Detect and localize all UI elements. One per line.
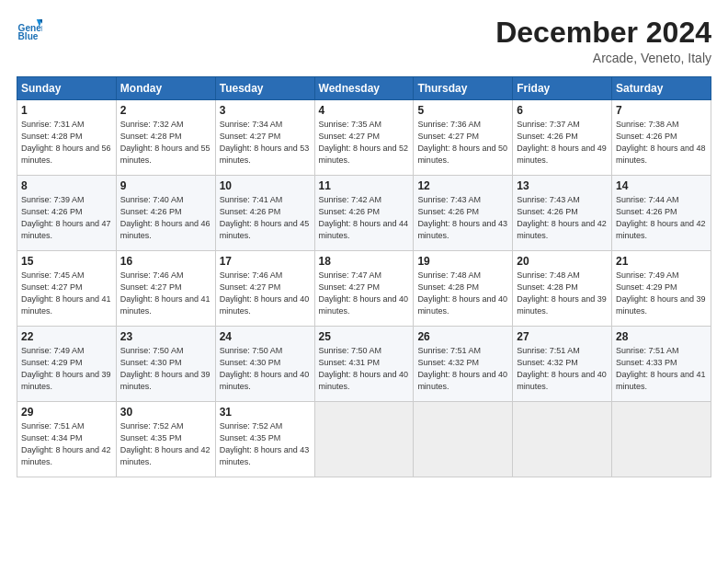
- day-number: 16: [120, 255, 211, 268]
- day-number: 12: [417, 179, 508, 192]
- header: General Blue December 2024 Arcade, Venet…: [17, 17, 711, 65]
- day-number: 24: [220, 330, 311, 343]
- day-info: Sunrise: 7:48 AMSunset: 4:28 PMDaylight:…: [517, 270, 608, 317]
- calendar-row: 22Sunrise: 7:49 AMSunset: 4:29 PMDayligh…: [17, 327, 711, 402]
- day-info: Sunrise: 7:45 AMSunset: 4:27 PMDaylight:…: [21, 270, 112, 317]
- calendar-cell: [513, 402, 612, 477]
- day-number: 20: [517, 255, 608, 268]
- header-wednesday: Wednesday: [314, 77, 414, 100]
- calendar-cell: 26Sunrise: 7:51 AMSunset: 4:32 PMDayligh…: [414, 327, 513, 402]
- day-info: Sunrise: 7:51 AMSunset: 4:32 PMDaylight:…: [517, 345, 608, 393]
- calendar-cell: 9Sunrise: 7:40 AMSunset: 4:26 PMDaylight…: [116, 176, 215, 251]
- day-info: Sunrise: 7:42 AMSunset: 4:26 PMDaylight:…: [319, 194, 410, 242]
- calendar-cell: 13Sunrise: 7:43 AMSunset: 4:26 PMDayligh…: [513, 176, 612, 251]
- day-info: Sunrise: 7:37 AMSunset: 4:26 PMDaylight:…: [517, 119, 608, 167]
- day-number: 5: [417, 104, 508, 117]
- calendar-cell: 3Sunrise: 7:34 AMSunset: 4:27 PMDaylight…: [215, 100, 314, 176]
- calendar-cell: 21Sunrise: 7:49 AMSunset: 4:29 PMDayligh…: [612, 251, 711, 327]
- day-number: 26: [417, 330, 508, 343]
- day-info: Sunrise: 7:44 AMSunset: 4:26 PMDaylight:…: [616, 194, 707, 242]
- calendar-cell: 29Sunrise: 7:51 AMSunset: 4:34 PMDayligh…: [17, 402, 117, 477]
- day-info: Sunrise: 7:35 AMSunset: 4:27 PMDaylight:…: [319, 119, 410, 167]
- day-info: Sunrise: 7:36 AMSunset: 4:27 PMDaylight:…: [417, 119, 508, 167]
- day-info: Sunrise: 7:52 AMSunset: 4:35 PMDaylight:…: [120, 420, 211, 468]
- day-number: 21: [616, 255, 707, 268]
- day-info: Sunrise: 7:34 AMSunset: 4:27 PMDaylight:…: [220, 119, 311, 167]
- day-info: Sunrise: 7:39 AMSunset: 4:26 PMDaylight:…: [21, 194, 112, 242]
- calendar-cell: 31Sunrise: 7:52 AMSunset: 4:35 PMDayligh…: [215, 402, 314, 477]
- header-monday: Monday: [116, 77, 215, 100]
- day-info: Sunrise: 7:50 AMSunset: 4:30 PMDaylight:…: [220, 345, 311, 393]
- day-info: Sunrise: 7:31 AMSunset: 4:28 PMDaylight:…: [21, 119, 112, 167]
- day-info: Sunrise: 7:51 AMSunset: 4:34 PMDaylight:…: [21, 420, 112, 468]
- header-tuesday: Tuesday: [215, 77, 314, 100]
- day-number: 8: [21, 179, 112, 192]
- calendar-cell: 7Sunrise: 7:38 AMSunset: 4:26 PMDaylight…: [612, 100, 711, 176]
- location-subtitle: Arcade, Veneto, Italy: [495, 51, 711, 65]
- day-info: Sunrise: 7:43 AMSunset: 4:26 PMDaylight:…: [517, 194, 608, 242]
- day-info: Sunrise: 7:51 AMSunset: 4:33 PMDaylight:…: [616, 345, 707, 393]
- day-number: 31: [220, 406, 311, 419]
- calendar-cell: 1Sunrise: 7:31 AMSunset: 4:28 PMDaylight…: [17, 100, 117, 176]
- day-number: 1: [21, 104, 112, 117]
- header-sunday: Sunday: [17, 77, 117, 100]
- header-thursday: Thursday: [414, 77, 513, 100]
- day-info: Sunrise: 7:46 AMSunset: 4:27 PMDaylight:…: [120, 270, 211, 317]
- calendar-cell: 11Sunrise: 7:42 AMSunset: 4:26 PMDayligh…: [314, 176, 414, 251]
- day-info: Sunrise: 7:47 AMSunset: 4:27 PMDaylight:…: [319, 270, 410, 317]
- day-info: Sunrise: 7:40 AMSunset: 4:26 PMDaylight:…: [120, 194, 211, 242]
- title-block: December 2024 Arcade, Veneto, Italy: [495, 17, 711, 65]
- day-info: Sunrise: 7:41 AMSunset: 4:26 PMDaylight:…: [220, 194, 311, 242]
- calendar-cell: 4Sunrise: 7:35 AMSunset: 4:27 PMDaylight…: [314, 100, 414, 176]
- day-number: 15: [21, 255, 112, 268]
- calendar-cell: 10Sunrise: 7:41 AMSunset: 4:26 PMDayligh…: [215, 176, 314, 251]
- calendar-cell: [314, 402, 414, 477]
- day-number: 28: [616, 330, 707, 343]
- day-info: Sunrise: 7:50 AMSunset: 4:31 PMDaylight:…: [319, 345, 410, 393]
- day-number: 13: [517, 179, 608, 192]
- calendar-cell: 17Sunrise: 7:46 AMSunset: 4:27 PMDayligh…: [215, 251, 314, 327]
- calendar-cell: 27Sunrise: 7:51 AMSunset: 4:32 PMDayligh…: [513, 327, 612, 402]
- calendar-cell: 2Sunrise: 7:32 AMSunset: 4:28 PMDaylight…: [116, 100, 215, 176]
- day-info: Sunrise: 7:50 AMSunset: 4:30 PMDaylight:…: [120, 345, 211, 393]
- day-info: Sunrise: 7:48 AMSunset: 4:28 PMDaylight:…: [417, 270, 508, 317]
- calendar-cell: 25Sunrise: 7:50 AMSunset: 4:31 PMDayligh…: [314, 327, 414, 402]
- logo: General Blue: [17, 17, 42, 42]
- day-number: 19: [417, 255, 508, 268]
- day-info: Sunrise: 7:49 AMSunset: 4:29 PMDaylight:…: [21, 345, 112, 393]
- day-number: 3: [220, 104, 311, 117]
- calendar-row: 1Sunrise: 7:31 AMSunset: 4:28 PMDaylight…: [17, 100, 711, 176]
- day-number: 27: [517, 330, 608, 343]
- day-number: 18: [319, 255, 410, 268]
- calendar-cell: [414, 402, 513, 477]
- day-number: 9: [120, 179, 211, 192]
- day-number: 30: [120, 406, 211, 419]
- day-number: 17: [220, 255, 311, 268]
- calendar-cell: 12Sunrise: 7:43 AMSunset: 4:26 PMDayligh…: [414, 176, 513, 251]
- day-number: 10: [220, 179, 311, 192]
- calendar-cell: 19Sunrise: 7:48 AMSunset: 4:28 PMDayligh…: [414, 251, 513, 327]
- calendar-cell: 23Sunrise: 7:50 AMSunset: 4:30 PMDayligh…: [116, 327, 215, 402]
- calendar-cell: 16Sunrise: 7:46 AMSunset: 4:27 PMDayligh…: [116, 251, 215, 327]
- day-number: 25: [319, 330, 410, 343]
- day-number: 2: [120, 104, 211, 117]
- calendar-cell: 5Sunrise: 7:36 AMSunset: 4:27 PMDaylight…: [414, 100, 513, 176]
- calendar-cell: 6Sunrise: 7:37 AMSunset: 4:26 PMDaylight…: [513, 100, 612, 176]
- day-info: Sunrise: 7:38 AMSunset: 4:26 PMDaylight:…: [616, 119, 707, 167]
- day-number: 6: [517, 104, 608, 117]
- calendar-cell: 30Sunrise: 7:52 AMSunset: 4:35 PMDayligh…: [116, 402, 215, 477]
- logo-icon: General Blue: [17, 17, 42, 42]
- day-number: 22: [21, 330, 112, 343]
- header-saturday: Saturday: [612, 77, 711, 100]
- day-number: 11: [319, 179, 410, 192]
- day-info: Sunrise: 7:43 AMSunset: 4:26 PMDaylight:…: [417, 194, 508, 242]
- calendar-cell: 24Sunrise: 7:50 AMSunset: 4:30 PMDayligh…: [215, 327, 314, 402]
- svg-text:Blue: Blue: [18, 31, 39, 41]
- calendar-cell: 8Sunrise: 7:39 AMSunset: 4:26 PMDaylight…: [17, 176, 117, 251]
- day-info: Sunrise: 7:51 AMSunset: 4:32 PMDaylight:…: [417, 345, 508, 393]
- day-number: 7: [616, 104, 707, 117]
- calendar-table: Sunday Monday Tuesday Wednesday Thursday…: [17, 76, 711, 477]
- calendar-cell: 22Sunrise: 7:49 AMSunset: 4:29 PMDayligh…: [17, 327, 117, 402]
- calendar-cell: 15Sunrise: 7:45 AMSunset: 4:27 PMDayligh…: [17, 251, 117, 327]
- calendar-row: 8Sunrise: 7:39 AMSunset: 4:26 PMDaylight…: [17, 176, 711, 251]
